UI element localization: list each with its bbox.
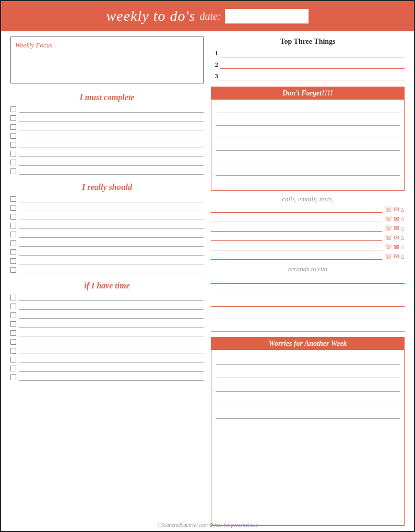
- top-line: [220, 50, 405, 57]
- list-item: [10, 123, 204, 130]
- right-column: Top Three Things 1 2 3 Don't Forget!!!!: [211, 37, 405, 526]
- check-line: [19, 257, 204, 264]
- worries-line: [216, 367, 400, 378]
- list-item: [10, 231, 204, 238]
- phone-icon: ☏: [384, 225, 393, 232]
- top-line: [220, 62, 405, 69]
- calls-icons: ☏ ✉ ⌂: [384, 253, 405, 260]
- checkbox[interactable]: [10, 151, 16, 156]
- checkbox[interactable]: [10, 168, 16, 174]
- dont-forget-box: Don't Forget!!!!: [211, 87, 405, 191]
- list-item: [10, 294, 204, 301]
- list-item: [10, 167, 204, 175]
- errand-row-red: [211, 298, 405, 307]
- calls-row: ☏ ✉ ⌂: [211, 234, 405, 241]
- checkbox[interactable]: [10, 366, 16, 371]
- checkbox[interactable]: [10, 348, 16, 354]
- checkbox[interactable]: [10, 330, 16, 336]
- calls-icons: ☏ ✉ ⌂: [384, 215, 405, 222]
- dont-forget-lines: [211, 100, 404, 190]
- checkbox[interactable]: [10, 115, 16, 121]
- dont-forget-line: [216, 127, 400, 138]
- item-number: 3: [211, 72, 218, 80]
- calls-line: [211, 205, 382, 213]
- email-icon: ✉: [394, 225, 399, 232]
- top-three-title: Top Three Things: [211, 38, 405, 46]
- must-complete-list: [10, 105, 204, 176]
- checkbox[interactable]: [10, 214, 16, 220]
- checkbox[interactable]: [10, 142, 16, 148]
- footer-text: ©ScatteredSquirrel.com ✿ free for person…: [157, 522, 257, 528]
- item-number: 1: [211, 49, 218, 57]
- top-line: [220, 73, 405, 80]
- list-item: [10, 248, 204, 256]
- checkbox[interactable]: [10, 124, 16, 130]
- must-complete-title: I must complete: [10, 93, 204, 102]
- checkbox[interactable]: [10, 160, 16, 165]
- checkbox[interactable]: [10, 232, 16, 237]
- really-should-list: [10, 195, 204, 275]
- checkbox[interactable]: [10, 321, 16, 327]
- home-icon: ⌂: [400, 234, 405, 241]
- list-item: [10, 213, 204, 220]
- check-line: [19, 311, 204, 319]
- calls-icons: ☏ ✉ ⌂: [384, 206, 405, 213]
- check-line: [19, 338, 204, 345]
- top-three-item-2: 2: [211, 61, 405, 69]
- worries-lines: [211, 350, 404, 422]
- date-input[interactable]: [225, 9, 309, 23]
- checkbox[interactable]: [10, 223, 16, 228]
- list-item: [10, 347, 204, 354]
- checkbox[interactable]: [10, 312, 16, 318]
- left-column: Weekly Focus I must complete I really sh…: [10, 37, 204, 526]
- checkbox[interactable]: [10, 240, 16, 246]
- check-line: [19, 123, 204, 130]
- list-item: [10, 266, 204, 273]
- dont-forget-line: [216, 152, 400, 163]
- email-icon: ✉: [394, 206, 399, 213]
- really-should-title: I really should: [10, 183, 204, 192]
- checkbox[interactable]: [10, 205, 16, 211]
- errand-row: [211, 309, 405, 319]
- checkbox[interactable]: [10, 374, 16, 380]
- dont-forget-line: [216, 139, 400, 151]
- checkbox[interactable]: [10, 304, 16, 309]
- list-item: [10, 365, 204, 372]
- checkbox[interactable]: [10, 357, 16, 362]
- list-item: [10, 320, 204, 328]
- footer: ©ScatteredSquirrel.com ✿ free for person…: [1, 522, 414, 528]
- check-line: [19, 114, 204, 122]
- top-three-item-1: 1: [211, 49, 405, 57]
- checkbox[interactable]: [10, 106, 16, 112]
- check-line: [19, 204, 204, 211]
- errand-row: [211, 321, 405, 332]
- check-line: [19, 294, 204, 301]
- home-icon: ⌂: [400, 253, 405, 260]
- checkbox[interactable]: [10, 258, 16, 264]
- check-line: [19, 248, 204, 256]
- if-time-list: [10, 294, 204, 382]
- check-line: [19, 329, 204, 336]
- check-line: [19, 195, 204, 202]
- check-line: [19, 373, 204, 381]
- worries-line: [216, 353, 400, 365]
- calls-row: ☏ ✉ ⌂: [211, 205, 405, 213]
- list-item: [10, 338, 204, 345]
- checkbox[interactable]: [10, 295, 16, 300]
- checkbox[interactable]: [10, 196, 16, 202]
- checkbox[interactable]: [10, 133, 16, 139]
- list-item: [10, 150, 204, 157]
- phone-icon: ☏: [384, 215, 393, 222]
- check-line: [19, 213, 204, 220]
- page-title: weekly to do's: [106, 8, 196, 25]
- calls-row: ☏ ✉ ⌂: [211, 243, 405, 250]
- calls-row: ☏ ✉ ⌂: [211, 224, 405, 232]
- weekly-focus-label: Weekly Focus: [15, 41, 52, 49]
- checkbox[interactable]: [10, 249, 16, 255]
- check-line: [19, 222, 204, 229]
- checkbox[interactable]: [10, 267, 16, 273]
- check-line: [19, 231, 204, 238]
- checkbox[interactable]: [10, 339, 16, 345]
- calls-icons: ☏ ✉ ⌂: [384, 225, 405, 232]
- dont-forget-line: [216, 164, 400, 176]
